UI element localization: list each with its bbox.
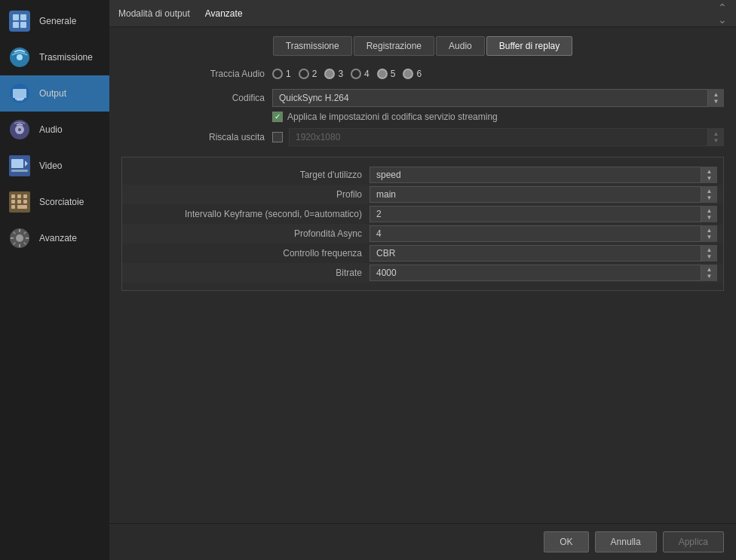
audio-track-row: Traccia Audio 1 2 3 [121, 65, 724, 83]
svg-rect-23 [17, 200, 21, 203]
sidebar-label-trasmissione: Trasmissione [39, 52, 93, 63]
svg-rect-26 [17, 205, 27, 209]
sidebar-item-output[interactable]: Output [0, 75, 109, 112]
svg-rect-4 [20, 22, 26, 28]
audio-icon [8, 118, 32, 142]
svg-rect-10 [17, 99, 23, 101]
top-bar: Modalità di output Avanzate ⌃⌄ [109, 0, 736, 27]
applica-row: Applica le impostazioni di codifica serv… [121, 112, 724, 122]
track-num-1: 1 [286, 69, 291, 79]
tab-buffer-replay[interactable]: Buffer di replay [486, 36, 573, 56]
svg-rect-20 [17, 194, 21, 198]
controllo-select[interactable]: CBR [370, 245, 717, 262]
tab-trasmissione[interactable]: Trasmissione [273, 36, 352, 56]
applica-checkbox[interactable] [272, 112, 283, 122]
settings-row-intervallo: Intervallo Keyframe (secondi, 0=automati… [122, 204, 723, 224]
sidebar-label-generale: Generale [39, 16, 76, 26]
sidebar-item-trasmissione[interactable]: Trasmissione [0, 39, 109, 75]
sidebar: Generale Trasmissione [0, 0, 109, 560]
radio-5[interactable] [377, 69, 388, 79]
svg-rect-25 [11, 205, 15, 209]
riscala-select-wrapper: 1920x1080 ▲ ▼ [289, 128, 724, 146]
svg-rect-19 [11, 194, 15, 198]
scorciatoie-icon [8, 190, 32, 214]
profilo-select[interactable]: main [370, 186, 717, 203]
controllo-label: Controllo frequenza [128, 248, 370, 259]
trasmissione-icon [8, 45, 32, 69]
track-options: 1 2 3 4 [272, 69, 422, 79]
target-label: Target d'utilizzo [128, 170, 370, 180]
track-num-4: 4 [364, 69, 370, 79]
radio-6[interactable] [403, 69, 413, 79]
track-option-4[interactable]: 4 [351, 69, 370, 79]
sidebar-label-scorciatoie: Scorciatoie [39, 197, 84, 207]
output-icon [8, 81, 32, 106]
generale-icon [8, 9, 32, 33]
sidebar-item-scorciatoie[interactable]: Scorciatoie [0, 184, 109, 220]
svg-point-13 [18, 128, 21, 131]
tab-registrazione[interactable]: Registrazione [354, 36, 434, 56]
radio-2[interactable] [299, 69, 309, 79]
codifica-select[interactable]: QuickSync H.264 [272, 89, 724, 107]
track-option-3[interactable]: 3 [324, 69, 343, 79]
settings-row-profondita: Profondità Async 4 ▲ ▼ [122, 224, 723, 243]
settings-row-target: Target d'utilizzo speed ▲ ▼ [122, 165, 723, 185]
svg-rect-24 [23, 200, 27, 203]
bitrate-value-wrapper: 4000 ▲ ▼ [370, 265, 717, 281]
radio-3[interactable] [324, 69, 335, 79]
svg-rect-8 [13, 89, 26, 98]
applica-label: Applica le impostazioni di codifica serv… [287, 112, 498, 122]
svg-rect-3 [13, 22, 19, 28]
traccia-audio-label: Traccia Audio [121, 69, 272, 79]
controllo-value-wrapper: CBR ▲ ▼ [370, 245, 717, 262]
top-bar-left: Modalità di output Avanzate [118, 8, 243, 19]
track-option-6[interactable]: 6 [403, 69, 422, 79]
main-content: Modalità di output Avanzate ⌃⌄ Trasmissi… [109, 0, 736, 560]
topbar-arrow[interactable]: ⌃⌄ [718, 2, 727, 26]
target-value-wrapper: speed ▲ ▼ [370, 167, 717, 183]
sidebar-label-output: Output [39, 88, 66, 99]
riscala-select[interactable]: 1920x1080 [289, 128, 724, 146]
track-option-2[interactable]: 2 [299, 69, 317, 79]
settings-row-profilo: Profilo main ▲ ▼ [122, 185, 723, 204]
intervallo-select[interactable]: 2 [370, 206, 717, 222]
intervallo-value-wrapper: 2 ▲ ▼ [370, 206, 717, 222]
annulla-button[interactable]: Annulla [595, 531, 657, 552]
content-area: Trasmissione Registrazione Audio Buffer … [109, 27, 736, 523]
track-option-1[interactable]: 1 [272, 69, 291, 79]
svg-rect-2 [20, 14, 26, 20]
advanced-label[interactable]: Avanzate [205, 8, 243, 19]
svg-rect-22 [11, 200, 15, 203]
radio-4[interactable] [351, 69, 361, 79]
radio-1[interactable] [272, 69, 283, 79]
avanzate-icon [8, 226, 32, 250]
settings-box: Target d'utilizzo speed ▲ ▼ Profilo [121, 157, 724, 291]
profilo-value-wrapper: main ▲ ▼ [370, 186, 717, 203]
bitrate-select[interactable]: 4000 [370, 265, 717, 281]
track-num-5: 5 [391, 69, 396, 79]
codifica-row: Codifica QuickSync H.264 ▲ ▼ [121, 89, 724, 107]
profondita-select[interactable]: 4 [370, 225, 717, 242]
codifica-label: Codifica [121, 93, 272, 103]
sidebar-item-audio[interactable]: Audio [0, 112, 109, 148]
sidebar-label-avanzate: Avanzate [39, 233, 77, 243]
intervallo-label: Intervallo Keyframe (secondi, 0=automati… [128, 209, 370, 219]
riscala-row: Riscala uscita 1920x1080 ▲ ▼ [121, 128, 724, 146]
target-select[interactable]: speed [370, 167, 717, 183]
track-num-6: 6 [416, 69, 422, 79]
riscala-checkbox[interactable] [272, 132, 283, 142]
sidebar-item-avanzate[interactable]: Avanzate [0, 220, 109, 256]
settings-row-controllo: Controllo frequenza CBR ▲ ▼ [122, 243, 723, 263]
track-num-2: 2 [312, 69, 317, 79]
applica-button: Applica [663, 531, 724, 552]
sidebar-item-generale[interactable]: Generale [0, 3, 109, 39]
settings-row-bitrate: Bitrate 4000 ▲ ▼ [122, 263, 723, 283]
bottom-bar: OK Annulla Applica [109, 523, 736, 560]
track-option-5[interactable]: 5 [377, 69, 396, 79]
sidebar-item-video[interactable]: Video [0, 148, 109, 184]
mode-label: Modalità di output [118, 8, 190, 19]
ok-button[interactable]: OK [544, 531, 588, 552]
tab-audio[interactable]: Audio [436, 36, 485, 56]
svg-point-6 [17, 54, 23, 60]
bitrate-label: Bitrate [128, 268, 370, 278]
